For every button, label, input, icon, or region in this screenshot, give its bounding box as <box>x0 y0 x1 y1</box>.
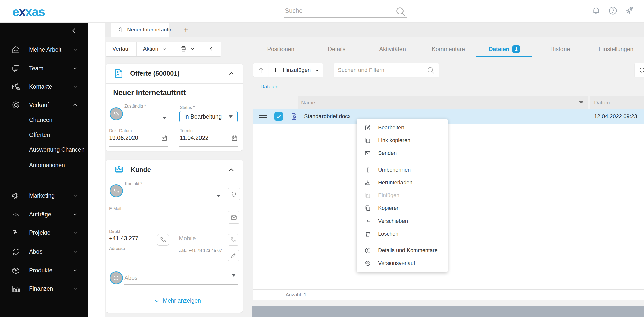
sidebar-item-produkte[interactable]: Produkte <box>0 262 88 278</box>
kontakt-avatar[interactable] <box>110 184 123 197</box>
global-search-input[interactable]: Suche <box>284 5 407 18</box>
menu-item-loeschen[interactable]: Löschen <box>357 228 448 240</box>
aktion-dropdown[interactable]: Aktion <box>137 42 173 56</box>
target-icon <box>11 100 21 110</box>
back-button[interactable] <box>202 42 221 56</box>
menu-item-link-kopieren[interactable]: Link kopieren <box>357 134 448 147</box>
menu-item-kopieren[interactable]: Kopieren <box>357 202 448 215</box>
menu-item-senden[interactable]: Senden <box>357 147 448 160</box>
mobile-field[interactable] <box>179 245 224 245</box>
breadcrumb[interactable]: Dateien <box>260 84 278 90</box>
download-icon <box>364 179 371 186</box>
renewal-cycle-icon <box>11 247 21 256</box>
offerte-document-icon <box>113 68 124 79</box>
zustaendig-field[interactable] <box>124 122 168 122</box>
file-row-standardbrief[interactable]: Standardbrief.docx 12.04.2022 09:23 <box>253 109 644 124</box>
refresh-button[interactable] <box>635 63 644 77</box>
search-placeholder: Suche <box>285 7 303 14</box>
tab-historie[interactable]: Historie <box>532 41 588 57</box>
calendar-icon[interactable] <box>231 135 238 141</box>
menu-item-verschieben[interactable]: Verschieben <box>357 215 448 228</box>
print-dropdown[interactable] <box>173 42 202 56</box>
sidebar-item-projekte[interactable]: Projekte <box>0 225 88 241</box>
sidebar-item-abos[interactable]: Abos <box>0 244 88 260</box>
tab-kommentare[interactable]: Kommentare <box>420 41 476 57</box>
call-mobile-button[interactable] <box>228 234 239 246</box>
send-email-button[interactable] <box>228 211 240 224</box>
drag-handle-icon[interactable] <box>259 115 267 118</box>
sidebar-item-verkauf[interactable]: Verkauf <box>0 97 88 113</box>
sidebar-collapse-icon[interactable] <box>70 27 78 35</box>
verlauf-button[interactable]: Verlauf <box>106 42 137 56</box>
tab-neuer-internetauftritt[interactable]: Neuer Internetauftri... <box>111 23 169 37</box>
menu-item-versionsverlauf[interactable]: Versionsverlauf <box>357 257 448 270</box>
tab-dateien[interactable]: Dateien1 <box>476 41 532 57</box>
tab-aktivitaeten[interactable]: Aktivitäten <box>365 41 420 57</box>
tab-details[interactable]: Details <box>309 41 365 57</box>
mehr-anzeigen-link[interactable]: Mehr anzeigen <box>154 297 201 304</box>
dok-datum-field[interactable] <box>109 146 168 147</box>
dropdown-caret-icon[interactable] <box>162 117 166 119</box>
sidebar-item-chancen[interactable]: Chancen <box>0 114 88 126</box>
word-file-icon <box>290 112 298 120</box>
column-header-datum[interactable]: Datum <box>590 96 644 109</box>
tab-einstellungen[interactable]: Einstellungen <box>588 41 644 57</box>
sidebar-item-finanzen[interactable]: Finanzen <box>0 281 88 297</box>
kontakt-field[interactable] <box>124 200 223 200</box>
mobile-placeholder[interactable]: Mobile <box>179 235 196 242</box>
email-field[interactable] <box>109 223 223 223</box>
abos-placeholder[interactable]: Abos <box>124 275 137 281</box>
column-header-name[interactable]: Name <box>298 96 588 109</box>
calendar-icon[interactable] <box>161 135 168 141</box>
record-heading: Neuer Internetauftritt <box>113 89 186 97</box>
sidebar-item-meine-arbeit[interactable]: Meine Arbeit <box>0 42 88 58</box>
edit-address-button[interactable] <box>228 250 239 261</box>
add-tab-button[interactable]: + <box>181 24 191 35</box>
zustaendig-avatar[interactable] <box>110 107 123 120</box>
dropdown-caret-icon[interactable] <box>232 274 236 277</box>
termin-label: Termin <box>180 128 193 133</box>
tab-positionen[interactable]: Positionen <box>253 41 309 57</box>
menu-item-details-und-kommentare[interactable]: Details und Kommentare <box>357 244 448 257</box>
collapse-chevron-icon[interactable] <box>228 166 235 174</box>
sidebar-item-team[interactable]: Team <box>0 60 88 76</box>
direkt-field[interactable] <box>109 245 154 245</box>
call-direkt-button[interactable] <box>157 234 169 246</box>
direkt-value[interactable]: +41 43 277 <box>109 235 138 242</box>
hinzufuegen-button[interactable]: Hinzufügen <box>269 63 323 77</box>
termin-value[interactable]: 11.04.2022 <box>180 135 208 141</box>
menu-item-bearbeiten[interactable]: Bearbeiten <box>357 121 448 134</box>
adresse-label: Adresse <box>109 246 125 251</box>
dropdown-caret-icon[interactable] <box>217 195 221 197</box>
files-search-input[interactable]: Suchen und Filtern <box>334 63 439 77</box>
dok-datum-value[interactable]: 19.06.2020 <box>109 135 138 141</box>
horizontal-scrollbar[interactable] <box>252 306 644 317</box>
termin-field[interactable] <box>179 146 238 147</box>
sidebar-item-automationen[interactable]: Automationen <box>0 159 88 171</box>
dropdown-caret-icon <box>229 115 233 118</box>
help-icon[interactable] <box>608 6 618 16</box>
sidebar-item-auftraege[interactable]: Aufträge <box>0 206 88 222</box>
document-tabstrip: Neuer Internetauftri... + <box>105 23 644 37</box>
sidebar-item-marketing[interactable]: Marketing <box>0 188 88 204</box>
chevron-down-icon <box>72 84 78 90</box>
company-contacts-icon <box>11 82 21 91</box>
sidebar-item-offerten[interactable]: Offerten <box>0 129 88 141</box>
status-select[interactable]: in Bearbeitung <box>179 111 238 122</box>
abos-avatar[interactable] <box>110 271 123 284</box>
zustaendig-label: Zuständig * <box>124 104 146 109</box>
abos-field[interactable] <box>124 284 238 285</box>
collapse-chevron-icon[interactable] <box>228 70 235 77</box>
sidebar-item-auswertung-chancen[interactable]: Auswertung Chancen <box>0 144 88 156</box>
menu-item-herunterladen[interactable]: Herunterladen <box>357 176 448 189</box>
row-checkbox[interactable] <box>274 112 283 121</box>
filter-icon[interactable] <box>578 100 584 106</box>
exxas-logo[interactable]: exxas <box>12 5 45 19</box>
notifications-bell-icon[interactable] <box>591 6 601 16</box>
chevron-down-icon <box>72 249 78 255</box>
menu-item-umbenennen[interactable]: Umbenennen <box>357 164 448 176</box>
rocket-icon[interactable] <box>624 6 634 16</box>
address-map-pin-button[interactable] <box>228 188 240 200</box>
sidebar-item-kontakte[interactable]: Kontakte <box>0 79 88 95</box>
folder-up-button[interactable] <box>253 63 269 77</box>
